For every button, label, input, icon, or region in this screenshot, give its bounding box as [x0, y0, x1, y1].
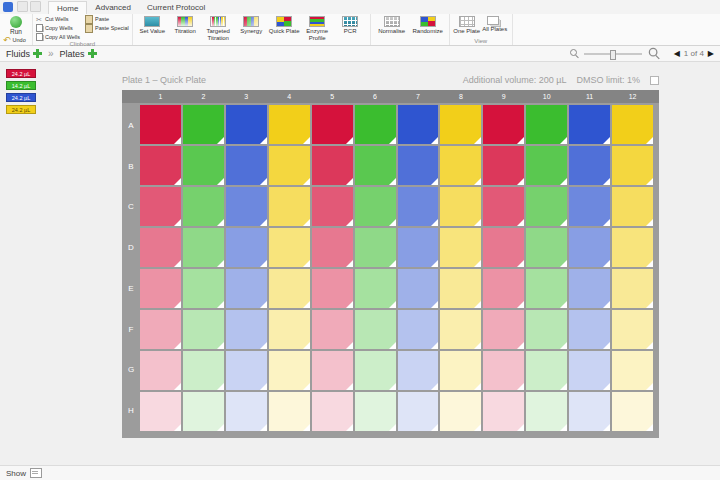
well-A11[interactable] — [569, 105, 610, 144]
quick-access-icon[interactable] — [17, 1, 28, 12]
well-G8[interactable] — [440, 351, 481, 390]
zoom-slider-thumb[interactable] — [610, 50, 616, 60]
all-plates-button[interactable]: All Plates — [481, 15, 509, 33]
well-F8[interactable] — [440, 310, 481, 349]
one-plate-button[interactable]: One Plate — [453, 15, 481, 35]
row-header[interactable]: G — [122, 350, 140, 391]
well-D3[interactable] — [226, 228, 267, 267]
well-F11[interactable] — [569, 310, 610, 349]
well-H5[interactable] — [312, 392, 353, 431]
well-H3[interactable] — [226, 392, 267, 431]
well-F2[interactable] — [183, 310, 224, 349]
well-F9[interactable] — [483, 310, 524, 349]
column-header[interactable]: 1 — [140, 90, 181, 103]
targeted-titration-button[interactable]: Targeted Titration — [202, 15, 235, 41]
well-B8[interactable] — [440, 146, 481, 185]
well-G7[interactable] — [398, 351, 439, 390]
well-H9[interactable] — [483, 392, 524, 431]
row-header[interactable]: B — [122, 146, 140, 187]
copy-all-wells-button[interactable]: Copy All Wells — [36, 33, 80, 41]
well-A3[interactable] — [226, 105, 267, 144]
column-header[interactable]: 2 — [183, 90, 224, 103]
well-A12[interactable] — [612, 105, 653, 144]
synergy-button[interactable]: Synergy — [235, 15, 268, 35]
well-C5[interactable] — [312, 187, 353, 226]
column-header[interactable]: 4 — [269, 90, 310, 103]
well-D2[interactable] — [183, 228, 224, 267]
well-E11[interactable] — [569, 269, 610, 308]
well-G11[interactable] — [569, 351, 610, 390]
well-B1[interactable] — [140, 146, 181, 185]
well-G5[interactable] — [312, 351, 353, 390]
well-C12[interactable] — [612, 187, 653, 226]
well-D11[interactable] — [569, 228, 610, 267]
well-D8[interactable] — [440, 228, 481, 267]
well-F3[interactable] — [226, 310, 267, 349]
run-button[interactable]: Run — [3, 15, 29, 35]
well-C4[interactable] — [269, 187, 310, 226]
fluids-nav-label[interactable]: Fluids — [6, 49, 30, 59]
normalise-button[interactable]: Normalise — [374, 15, 410, 35]
well-B5[interactable] — [312, 146, 353, 185]
panel-toggle-icon[interactable] — [30, 468, 42, 478]
fluid-chip[interactable]: 24.2 µL — [6, 93, 36, 102]
column-header[interactable]: 7 — [398, 90, 439, 103]
well-G12[interactable] — [612, 351, 653, 390]
next-plate-button[interactable]: ▶ — [708, 49, 714, 58]
well-B2[interactable] — [183, 146, 224, 185]
well-A7[interactable] — [398, 105, 439, 144]
well-A1[interactable] — [140, 105, 181, 144]
well-B6[interactable] — [355, 146, 396, 185]
well-G6[interactable] — [355, 351, 396, 390]
undo-button[interactable]: ↶ Undo — [3, 36, 29, 44]
copy-wells-button[interactable]: Copy Wells — [36, 24, 80, 32]
well-D10[interactable] — [526, 228, 567, 267]
well-E2[interactable] — [183, 269, 224, 308]
well-C3[interactable] — [226, 187, 267, 226]
well-A10[interactable] — [526, 105, 567, 144]
set-value-button[interactable]: Set Value — [136, 15, 169, 35]
fluid-chip[interactable]: 24.2 µL — [6, 105, 36, 114]
well-D1[interactable] — [140, 228, 181, 267]
well-H1[interactable] — [140, 392, 181, 431]
well-D12[interactable] — [612, 228, 653, 267]
well-E10[interactable] — [526, 269, 567, 308]
cut-wells-button[interactable]: ✂ Cut Wells — [36, 15, 80, 23]
well-H6[interactable] — [355, 392, 396, 431]
fluid-chip[interactable]: 24.2 µL — [6, 69, 36, 78]
quick-access-icon[interactable] — [30, 1, 41, 12]
well-C6[interactable] — [355, 187, 396, 226]
well-C9[interactable] — [483, 187, 524, 226]
add-fluid-button[interactable] — [33, 49, 42, 58]
well-C10[interactable] — [526, 187, 567, 226]
well-H10[interactable] — [526, 392, 567, 431]
add-plate-button[interactable] — [88, 49, 97, 58]
pcr-button[interactable]: PCR — [334, 15, 367, 35]
well-G2[interactable] — [183, 351, 224, 390]
plates-nav-label[interactable]: Plates — [60, 49, 85, 59]
column-header[interactable]: 12 — [612, 90, 653, 103]
column-header[interactable]: 8 — [440, 90, 481, 103]
well-A8[interactable] — [440, 105, 481, 144]
paste-button[interactable]: Paste — [85, 15, 129, 23]
well-E9[interactable] — [483, 269, 524, 308]
well-B3[interactable] — [226, 146, 267, 185]
well-B9[interactable] — [483, 146, 524, 185]
well-A6[interactable] — [355, 105, 396, 144]
row-header[interactable]: E — [122, 268, 140, 309]
well-F4[interactable] — [269, 310, 310, 349]
well-F6[interactable] — [355, 310, 396, 349]
tab-home[interactable]: Home — [48, 1, 87, 14]
column-header[interactable]: 10 — [526, 90, 567, 103]
show-label[interactable]: Show — [6, 469, 26, 478]
row-header[interactable]: F — [122, 309, 140, 350]
well-D9[interactable] — [483, 228, 524, 267]
quick-plate-button[interactable]: Quick Plate — [268, 15, 301, 35]
well-D4[interactable] — [269, 228, 310, 267]
well-B12[interactable] — [612, 146, 653, 185]
row-header[interactable]: D — [122, 227, 140, 268]
well-A4[interactable] — [269, 105, 310, 144]
column-header[interactable]: 3 — [226, 90, 267, 103]
well-D7[interactable] — [398, 228, 439, 267]
well-G10[interactable] — [526, 351, 567, 390]
